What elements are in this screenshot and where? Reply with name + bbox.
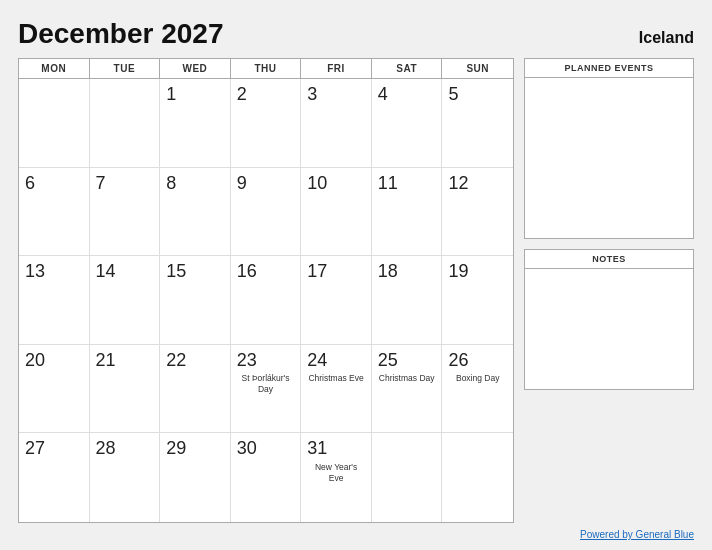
cell-event-label: New Year's Eve (307, 462, 365, 484)
day-header: FRI (301, 59, 372, 78)
cell-date-number: 9 (237, 173, 247, 195)
calendar-cell (90, 79, 161, 168)
calendar-cell (19, 79, 90, 168)
calendar-cell: 29 (160, 433, 231, 522)
calendar-cell: 20 (19, 345, 90, 434)
calendar-cell: 3 (301, 79, 372, 168)
page-header: December 2027 Iceland (18, 18, 694, 50)
cell-date-number: 26 (448, 350, 468, 372)
cell-date-number: 31 (307, 438, 327, 460)
calendar-cell: 11 (372, 168, 443, 257)
calendar-cell: 1 (160, 79, 231, 168)
notes-title: NOTES (525, 250, 693, 269)
cell-date-number: 13 (25, 261, 45, 283)
cell-date-number: 1 (166, 84, 176, 106)
calendar-cell: 31New Year's Eve (301, 433, 372, 522)
calendar-cell (442, 433, 513, 522)
cell-date-number: 11 (378, 173, 398, 195)
cell-date-number: 21 (96, 350, 116, 372)
cell-date-number: 28 (96, 438, 116, 460)
cell-date-number: 2 (237, 84, 247, 106)
calendar-cell: 21 (90, 345, 161, 434)
cell-date-number: 20 (25, 350, 45, 372)
calendar-cell: 4 (372, 79, 443, 168)
day-header: WED (160, 59, 231, 78)
footer-link[interactable]: Powered by General Blue (580, 529, 694, 540)
cell-date-number: 4 (378, 84, 388, 106)
cell-date-number: 8 (166, 173, 176, 195)
calendar-cell: 13 (19, 256, 90, 345)
cell-event-label: Christmas Day (378, 373, 436, 384)
day-header: THU (231, 59, 302, 78)
planned-events-title: PLANNED EVENTS (525, 59, 693, 78)
calendar-cell: 30 (231, 433, 302, 522)
calendar-cell: 7 (90, 168, 161, 257)
day-header: MON (19, 59, 90, 78)
calendar-cell: 28 (90, 433, 161, 522)
calendar-cell: 27 (19, 433, 90, 522)
calendar-cell (372, 433, 443, 522)
cell-date-number: 7 (96, 173, 106, 195)
planned-events-content (525, 78, 693, 238)
calendar-cell: 17 (301, 256, 372, 345)
cell-event-label: Boxing Day (448, 373, 507, 384)
cell-date-number: 5 (448, 84, 458, 106)
calendar-cell: 15 (160, 256, 231, 345)
calendar-cell: 18 (372, 256, 443, 345)
calendar-cell: 2 (231, 79, 302, 168)
day-header: SAT (372, 59, 443, 78)
country-label: Iceland (639, 29, 694, 47)
cell-date-number: 10 (307, 173, 327, 195)
calendar-cell: 6 (19, 168, 90, 257)
day-header: SUN (442, 59, 513, 78)
calendar-grid: 1234567891011121314151617181920212223St … (19, 79, 513, 522)
calendar-cell: 12 (442, 168, 513, 257)
cell-date-number: 15 (166, 261, 186, 283)
sidebar: PLANNED EVENTS NOTES (524, 58, 694, 523)
calendar-cell: 10 (301, 168, 372, 257)
cell-event-label: Christmas Eve (307, 373, 365, 384)
cell-date-number: 12 (448, 173, 468, 195)
calendar-cell: 9 (231, 168, 302, 257)
calendar-cell: 24Christmas Eve (301, 345, 372, 434)
cell-event-label: St Þorlákur's Day (237, 373, 295, 395)
calendar-cell: 26Boxing Day (442, 345, 513, 434)
cell-date-number: 19 (448, 261, 468, 283)
calendar-cell: 16 (231, 256, 302, 345)
cell-date-number: 18 (378, 261, 398, 283)
planned-events-box: PLANNED EVENTS (524, 58, 694, 239)
cell-date-number: 6 (25, 173, 35, 195)
notes-box: NOTES (524, 249, 694, 390)
calendar-cell: 14 (90, 256, 161, 345)
page-title: December 2027 (18, 18, 223, 50)
day-header: TUE (90, 59, 161, 78)
cell-date-number: 22 (166, 350, 186, 372)
cell-date-number: 17 (307, 261, 327, 283)
cell-date-number: 14 (96, 261, 116, 283)
notes-content (525, 269, 693, 389)
calendar-cell: 8 (160, 168, 231, 257)
cell-date-number: 27 (25, 438, 45, 460)
cell-date-number: 24 (307, 350, 327, 372)
calendar-cell: 22 (160, 345, 231, 434)
cell-date-number: 30 (237, 438, 257, 460)
calendar: MONTUEWEDTHUFRISATSUN 123456789101112131… (18, 58, 514, 523)
day-headers: MONTUEWEDTHUFRISATSUN (19, 59, 513, 79)
main-area: MONTUEWEDTHUFRISATSUN 123456789101112131… (18, 58, 694, 523)
calendar-cell: 25Christmas Day (372, 345, 443, 434)
cell-date-number: 16 (237, 261, 257, 283)
cell-date-number: 29 (166, 438, 186, 460)
footer: Powered by General Blue (18, 529, 694, 540)
cell-date-number: 3 (307, 84, 317, 106)
calendar-cell: 23St Þorlákur's Day (231, 345, 302, 434)
calendar-cell: 19 (442, 256, 513, 345)
cell-date-number: 23 (237, 350, 257, 372)
calendar-cell: 5 (442, 79, 513, 168)
cell-date-number: 25 (378, 350, 398, 372)
